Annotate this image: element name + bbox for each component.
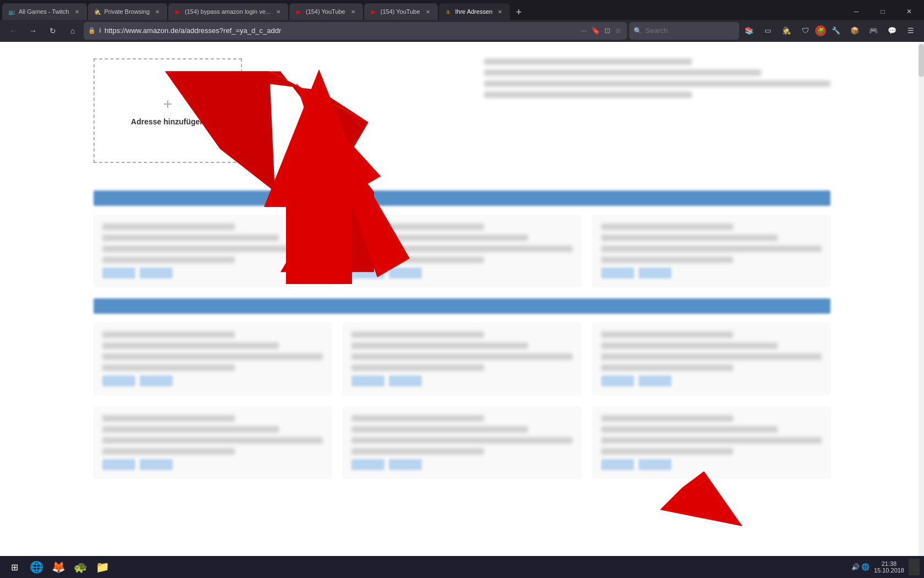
delete-btn-8[interactable] [389,459,422,470]
menu-button[interactable]: ☰ [902,22,920,40]
back-button[interactable]: ← [4,22,22,40]
tab-yt3[interactable]: ▶ (154) YouTube ✕ [364,3,438,20]
address-card-5[interactable] [343,323,581,395]
address-card-8[interactable] [343,406,581,479]
taskbar-date-display: 15.10.2018 [874,567,904,574]
tab-twitch-close[interactable]: ✕ [73,7,81,16]
edit-btn-9[interactable] [601,459,634,470]
amazon-addresses-page: + Adresse hinzufügen [0,42,924,556]
addon1[interactable]: 🔧 [827,22,845,40]
show-desktop-button[interactable] [909,559,920,575]
taskbar-app3[interactable]: 🐢 [70,557,90,577]
edit-btn-1[interactable] [102,268,135,279]
tab-twitch[interactable]: 📺 All Games - Twitch ✕ [2,3,87,20]
shield-icon[interactable]: 🛡 [796,22,814,40]
private-icon[interactable]: 🕵 [778,22,795,40]
tab-yt2-title: (154) YouTube [306,8,345,15]
tab-bar: 📺 All Games - Twitch ✕ 🕵 Private Browsin… [0,0,924,20]
addon3[interactable]: 🎮 [865,22,882,40]
tab-yt3-title: (154) YouTube [381,8,420,15]
minimize-button[interactable]: ─ [844,3,869,20]
start-button[interactable]: ⊞ [4,557,24,577]
star-icon[interactable]: ☆ [614,25,623,36]
addon4[interactable]: 💬 [883,22,901,40]
edit-btn-2[interactable] [351,268,384,279]
address-bar-container[interactable]: 🔒 ℹ ··· 🔖 ⊡ ☆ [84,22,627,40]
edit-btn-6[interactable] [601,375,634,386]
toolbar: ← → ↻ ⌂ 🔒 ℹ ··· 🔖 ⊡ ☆ 🔍 📚 ▭ 🕵 🛡 🧩 [0,20,924,42]
maximize-button[interactable]: □ [870,3,895,20]
addon2[interactable]: 📦 [846,22,864,40]
taskbar-clock: 21:38 15.10.2018 [874,560,904,574]
yt2-favicon: ▶ [295,8,302,15]
windows-icon: ⊞ [11,562,18,572]
browser-window: 📺 All Games - Twitch ✕ 🕵 Private Browsin… [0,0,924,578]
library-icon[interactable]: 📚 [740,22,758,40]
address-card-3[interactable] [592,215,831,287]
bypass-favicon: ▶ [174,8,182,15]
address-card-9[interactable] [592,406,831,479]
address-card-7[interactable] [94,406,332,479]
amazon-favicon: a [444,8,452,15]
firefox-icon: 🦊 [52,560,65,574]
taskbar-right: 🔊 🌐 21:38 15.10.2018 [851,559,920,575]
taskbar-chrome[interactable]: 🌐 [26,557,46,577]
edit-btn-7[interactable] [102,459,135,470]
taskbar-time-display: 21:38 [882,560,897,567]
tab-bypass-close[interactable]: ✕ [274,7,283,16]
edit-btn-4[interactable] [102,375,135,386]
delete-btn-5[interactable] [389,375,422,386]
lock-icon: 🔒 [88,27,96,34]
more-button[interactable]: ··· [580,25,588,36]
taskbar: ⊞ 🌐 🦊 🐢 📁 🔊 🌐 21:38 15.10.2018 [0,556,924,578]
taskbar-app4[interactable]: 📁 [92,557,112,577]
edit-btn-3[interactable] [601,268,634,279]
delete-btn-9[interactable] [639,459,672,470]
bookmark-icon[interactable]: 🔖 [590,25,601,36]
reader-view-icon[interactable]: ⊡ [603,25,612,36]
delete-btn-7[interactable] [140,459,173,470]
search-bar-container[interactable]: 🔍 [629,22,739,40]
tab-yt3-close[interactable]: ✕ [424,7,432,16]
taskbar-firefox[interactable]: 🦊 [48,557,68,577]
edit-btn-8[interactable] [351,459,384,470]
edit-btn-5[interactable] [351,375,384,386]
forward-button[interactable]: → [24,22,42,40]
tab-amazon-close[interactable]: ✕ [496,7,504,16]
delete-btn-1[interactable] [140,268,173,279]
address-card-4[interactable] [94,323,332,395]
tab-yt2-close[interactable]: ✕ [349,7,358,16]
top-right-card [484,58,831,98]
tab-amazon[interactable]: a Ihre Adressen ✕ [439,3,510,20]
search-icon: 🔍 [634,27,642,35]
search-input[interactable] [645,26,711,35]
scrollbar-thumb[interactable] [919,44,924,77]
tab-bypass[interactable]: ▶ (154) bypass amazon login ve... ✕ [168,3,288,20]
add-address-label: Adresse hinzufügen [131,117,205,126]
delete-btn-6[interactable] [639,375,672,386]
yt3-favicon: ▶ [370,8,377,15]
tab-yt2[interactable]: ▶ (154) YouTube ✕ [289,3,363,20]
top-row: + Adresse hinzufügen [94,58,831,179]
address-bar[interactable] [105,26,576,35]
delete-btn-2[interactable] [389,268,422,279]
address-card-1[interactable] [94,215,332,287]
blue-bar-1 [94,190,831,206]
delete-btn-4[interactable] [140,375,173,386]
extensions-icon[interactable]: 🧩 [815,25,826,36]
address-card-2[interactable] [343,215,581,287]
address-card-6[interactable] [592,323,831,395]
close-button[interactable]: ✕ [897,3,922,20]
tab-twitch-title: All Games - Twitch [19,8,69,15]
delete-btn-3[interactable] [639,268,672,279]
refresh-button[interactable]: ↻ [44,22,62,40]
scrollbar[interactable] [919,42,924,556]
page-content: + Adresse hinzufügen [0,42,924,556]
home-button[interactable]: ⌂ [64,22,81,40]
tab-private-title: Private Browsing [105,8,150,15]
new-tab-button[interactable]: + [511,4,526,20]
tab-private-close[interactable]: ✕ [153,7,162,16]
add-address-card[interactable]: + Adresse hinzufügen [94,58,242,163]
tab-private[interactable]: 🕵 Private Browsing ✕ [88,3,168,20]
sidebar-icon[interactable]: ▭ [759,22,777,40]
